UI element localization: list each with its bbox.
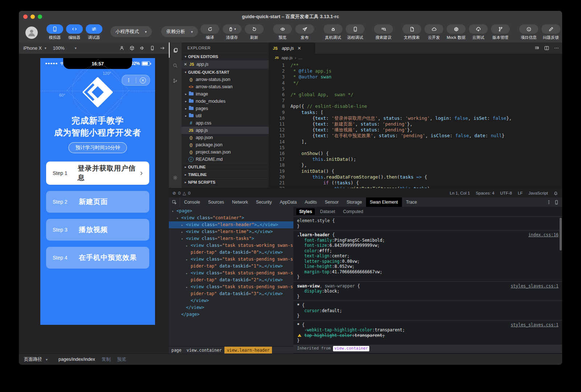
dom-node[interactable]: ▾<view class="container"> — [169, 215, 293, 221]
devtools-tab-swan-element[interactable]: Swan Element — [366, 197, 402, 207]
dom-breadcrumb-item[interactable]: view.learn-header — [224, 347, 272, 354]
indentation[interactable]: Spaces: 4 — [476, 191, 494, 195]
copy-path-button[interactable]: 复制 — [102, 356, 111, 363]
dom-breadcrumb-item[interactable]: page — [169, 347, 184, 354]
detach-panel-icon[interactable] — [160, 45, 165, 51]
devtools-tab-trace[interactable]: Trace — [402, 197, 421, 207]
file-node_modules[interactable]: ▸node_modules — [182, 98, 269, 105]
dom-node[interactable]: ▸<view class="learn-header">…</view> — [169, 221, 293, 228]
styles-tab-styles[interactable]: Styles — [296, 208, 315, 215]
css-property[interactable]: display:block; — [297, 289, 558, 294]
expand-arrow-icon[interactable]: ▾ — [176, 215, 178, 222]
css-property[interactable]: color:#fff; — [297, 248, 558, 254]
css-property[interactable]: tap-highlight-color:transparent; — [297, 333, 558, 338]
file-util[interactable]: ▸util — [182, 112, 269, 119]
preview-path-button[interactable]: 预览 — [117, 356, 126, 363]
expand-arrow-icon[interactable]: ▾ — [181, 236, 183, 242]
dom-node[interactable]: ▾<page> — [169, 208, 293, 215]
file-arrow-status.swan[interactable]: <>arrow-status.swan — [182, 83, 269, 90]
toolbar-action-clear-cache[interactable]: ▾清缓存 — [223, 24, 241, 40]
settings-gear-icon[interactable] — [169, 170, 182, 185]
toolbar-action-search-suggest[interactable]: 搜索建议 — [374, 24, 393, 40]
dom-node[interactable]: ▸<view class="task status-pending swan-s… — [169, 283, 293, 297]
cursor-position[interactable]: Ln 1, Col 1 — [450, 191, 470, 195]
toolbar-action-mock-data[interactable]: Mock 数据 — [447, 24, 466, 40]
notifications-bell-icon[interactable] — [553, 191, 558, 196]
touch-mode-icon[interactable] — [119, 45, 125, 51]
open-editor-item[interactable]: ✕JSapp.js — [182, 60, 269, 68]
close-icon[interactable]: ✕ — [184, 62, 189, 67]
step-card[interactable]: Step 2新建页面 — [46, 191, 149, 213]
styles-tab-computed[interactable]: Computed — [340, 208, 366, 215]
dom-node[interactable]: ▸<view class="task status-pending swan-s… — [169, 256, 293, 270]
dom-node[interactable]: </page> — [169, 311, 293, 318]
language-mode[interactable]: JavaScript — [528, 191, 548, 195]
dropdown-dependency-analysis[interactable]: 依赖分析▾ — [161, 26, 198, 37]
css-source-link[interactable]: styles_slaves.css:1 — [511, 322, 558, 328]
expand-arrow-icon[interactable]: ▸ — [186, 242, 188, 249]
styles-tab-dataset[interactable]: Dataset — [317, 208, 338, 215]
toolbar-action-remote-debug[interactable]: 远程调试 — [346, 24, 365, 40]
step-card[interactable]: Step 4在手机中预览效果 — [46, 247, 149, 269]
file-app.json[interactable]: {}app.json — [182, 134, 269, 141]
source-control-activity-icon[interactable] — [169, 73, 182, 88]
toolbar-action-preview[interactable]: 预览 — [273, 24, 292, 40]
inspect-element-icon[interactable] — [169, 197, 180, 207]
css-property[interactable]: margin-top:41.70666666666667vw; — [297, 269, 558, 275]
expand-arrow-icon[interactable]: ▸ — [186, 256, 188, 263]
dom-node[interactable]: ▸<view class="task status-working swan-s… — [169, 242, 293, 256]
file-app.css[interactable]: #app.css — [182, 119, 269, 127]
file-package.json[interactable]: {}package.json — [182, 141, 269, 148]
toolbar-simulator-button[interactable]: 模拟器 — [45, 24, 65, 40]
section-outline[interactable]: ▸OUTLINE — [182, 163, 269, 171]
step-card[interactable]: Step 3播放视频 — [46, 219, 149, 241]
devtools-tab-console[interactable]: Console — [180, 197, 204, 207]
zoom-select[interactable]: 100% — [53, 46, 65, 51]
user-avatar[interactable] — [25, 26, 38, 39]
toolbar-action-publish[interactable]: 发布 — [295, 24, 314, 40]
inherited-selector-chip[interactable]: view.container — [333, 346, 370, 351]
devtools-device-icon[interactable] — [554, 200, 559, 205]
open-editors-list-icon[interactable] — [534, 45, 540, 51]
toolbar-debugger-button[interactable]: 调试器 — [84, 24, 104, 40]
search-activity-icon[interactable] — [169, 58, 182, 73]
css-property[interactable]: font-size:6.843999999999999vw; — [297, 243, 558, 248]
devtools-tab-network[interactable]: Network — [228, 197, 252, 207]
expand-arrow-icon[interactable]: ▸ — [181, 222, 183, 229]
toolbar-action-feedback[interactable]: 问题反馈 — [541, 24, 560, 40]
warnings-icon[interactable]: △ — [183, 191, 186, 196]
close-miniprogram-button[interactable] — [136, 77, 150, 83]
file-image[interactable]: ▸image — [182, 90, 269, 98]
errors-icon[interactable]: ⊘ — [172, 191, 176, 196]
css-property[interactable]: font-family:PingFangSC-Semibold; — [297, 238, 558, 243]
tab-appjs[interactable]: JS app.js ✕ — [269, 42, 315, 54]
devtools-more-icon[interactable] — [548, 200, 549, 205]
dom-node[interactable]: ▾<view class="learn-tasks"> — [169, 235, 293, 242]
code-area[interactable]: 1/**2 * @file app.js3 * @author swan4 */… — [269, 62, 562, 188]
file-pages[interactable]: ▸pages — [182, 105, 269, 112]
project-folder-header[interactable]: ▾GUIDE-QUICK-START — [182, 68, 269, 76]
encoding[interactable]: UTF-8 — [500, 191, 512, 195]
more-menu-button[interactable] — [122, 78, 136, 83]
section-npm-scripts[interactable]: ▸NPM SCRIPTS — [182, 178, 269, 186]
css-property[interactable]: cursor:default; — [297, 308, 558, 314]
chevron-down-icon[interactable]: ▾ — [46, 358, 48, 362]
css-source-link[interactable]: index.css:16 — [528, 232, 558, 238]
expand-arrow-icon[interactable]: ▾ — [172, 208, 174, 215]
section-timeline[interactable]: ▸TIMELINE — [182, 171, 269, 178]
toolbar-action-compile[interactable]: 编译 — [200, 24, 219, 40]
devtools-tab-appdata[interactable]: AppData — [276, 197, 301, 207]
devtools-tab-security[interactable]: Security — [252, 197, 276, 207]
css-source-link[interactable]: styles_slaves.css:1 — [511, 283, 558, 289]
sound-icon[interactable] — [139, 45, 145, 51]
dom-breadcrumb-item[interactable]: view.container — [184, 347, 224, 354]
css-property[interactable]: letter-spacing:0.08vw; — [297, 259, 558, 264]
devtools-tab-audits[interactable]: Audits — [301, 197, 321, 207]
breadcrumb[interactable]: JS app.js › … — [269, 54, 562, 62]
file-arrow-status.json[interactable]: {}arrow-status.json — [182, 76, 269, 83]
dom-node[interactable]: ▸<view class="task status-pending swan-s… — [169, 270, 293, 283]
toolbar-action-doc-search[interactable]: 文档搜索 — [402, 24, 421, 40]
toolbar-action-project-info[interactable]: 项目信息 — [519, 24, 538, 40]
expand-arrow-icon[interactable]: ▸ — [181, 229, 183, 236]
split-editor-icon[interactable] — [544, 45, 549, 51]
